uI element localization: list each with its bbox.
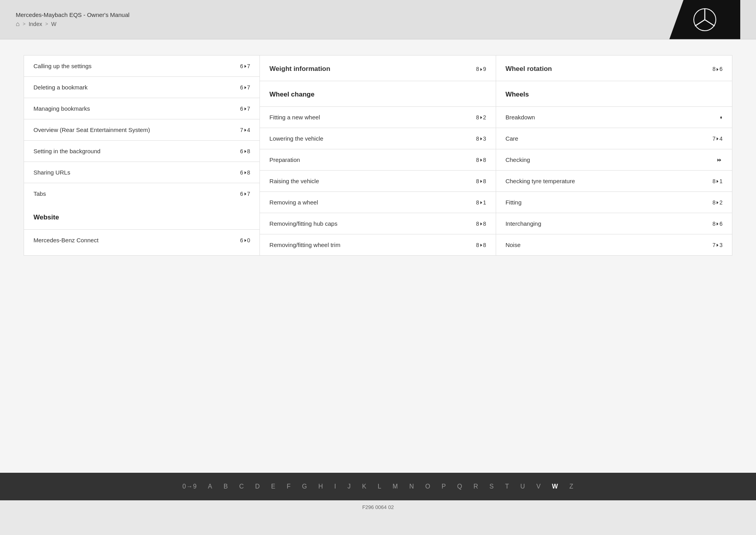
item-label: Checking xyxy=(506,156,716,163)
item-page: 6▶7 xyxy=(240,63,250,69)
alpha-nav-item[interactable]: M xyxy=(393,483,398,490)
list-item[interactable]: Lowering the vehicle 8▶3 xyxy=(260,128,495,149)
item-label: Overview (Rear Seat Entertainment System… xyxy=(33,126,240,133)
list-item[interactable]: Tabs 6▶7 xyxy=(24,183,259,204)
list-item[interactable]: Checking tyre temperature 8▶1 xyxy=(496,170,732,191)
item-label: Interchanging xyxy=(506,220,713,227)
list-item[interactable]: Weight information 8▶9 xyxy=(260,56,495,81)
item-page: 8▶8 xyxy=(476,242,486,248)
alpha-nav-item[interactable]: U xyxy=(521,483,526,490)
breadcrumb-sep-1: > xyxy=(23,21,26,27)
section-header-wheels: Wheels xyxy=(496,81,732,106)
alpha-nav-item[interactable]: Q xyxy=(457,483,462,490)
list-item[interactable]: Setting in the background 6▶8 xyxy=(24,140,259,162)
item-label: Tabs xyxy=(33,190,240,197)
item-label: Removing/fitting wheel trim xyxy=(269,241,476,248)
item-page: 8▶3 xyxy=(476,136,486,142)
item-page: ▶▶ xyxy=(716,158,723,162)
alpha-nav-item[interactable]: K xyxy=(362,483,367,490)
item-label: Calling up the settings xyxy=(33,63,240,69)
alpha-nav-item[interactable]: P xyxy=(441,483,446,490)
list-item[interactable]: Overview (Rear Seat Entertainment System… xyxy=(24,119,259,140)
list-item[interactable]: Calling up the settings 6▶7 xyxy=(24,56,259,76)
item-label: Fitting xyxy=(506,199,713,206)
section-header-wheel-rotation: Wheel rotation xyxy=(506,65,713,73)
alpha-nav-item[interactable]: T xyxy=(505,483,510,490)
list-item[interactable]: Breakdown ◆ xyxy=(496,106,732,128)
alpha-nav-item[interactable]: R xyxy=(474,483,479,490)
item-page: 6▶7 xyxy=(240,191,250,197)
alphabet-nav: 0→9 A B C D E F G H I J K L M N O P Q R … xyxy=(0,473,756,500)
alpha-nav-item[interactable]: D xyxy=(255,483,260,490)
alpha-nav-item[interactable]: J xyxy=(348,483,351,490)
item-page: 8▶8 xyxy=(476,221,486,227)
item-page: 8▶1 xyxy=(712,178,723,184)
item-page: 6▶8 xyxy=(240,148,250,154)
item-page: 8▶8 xyxy=(476,157,486,163)
item-page: 7▶4 xyxy=(240,127,250,133)
list-item[interactable]: Wheel rotation 8▶6 xyxy=(496,56,732,81)
alpha-nav-item[interactable]: 0→9 xyxy=(182,483,197,490)
footer-text: F296 0064 02 xyxy=(362,504,394,510)
item-page: 7▶4 xyxy=(712,136,723,142)
list-item[interactable]: Deleting a bookmark 6▶7 xyxy=(24,76,259,98)
item-page: 8▶9 xyxy=(476,66,486,72)
list-item[interactable]: Checking ▶▶ xyxy=(496,149,732,170)
section-header-wheel-change: Wheel change xyxy=(260,81,495,106)
alpha-nav-item[interactable]: Z xyxy=(569,483,574,490)
item-page: 7▶3 xyxy=(712,242,723,248)
alpha-nav-item[interactable]: B xyxy=(224,483,228,490)
list-item[interactable]: Sharing URLs 6▶8 xyxy=(24,162,259,183)
section-header-website: Website xyxy=(24,204,259,229)
header-left: Mercedes-Maybach EQS - Owner's Manual ⌂ … xyxy=(16,11,130,28)
item-page: 8▶8 xyxy=(476,178,486,184)
item-label: Setting in the background xyxy=(33,148,240,154)
manual-title: Mercedes-Maybach EQS - Owner's Manual xyxy=(16,11,130,18)
item-page: 8▶2 xyxy=(476,114,486,121)
alpha-nav-item[interactable]: A xyxy=(208,483,213,490)
item-label: Checking tyre temperature xyxy=(506,178,713,184)
item-label: Removing/fitting hub caps xyxy=(269,220,476,227)
list-item[interactable]: Fitting 8▶2 xyxy=(496,191,732,213)
alpha-nav-item[interactable]: G xyxy=(302,483,307,490)
alpha-nav-item[interactable]: V xyxy=(536,483,541,490)
list-item[interactable]: Removing a wheel 8▶1 xyxy=(260,191,495,213)
svg-line-2 xyxy=(705,20,715,26)
mercedes-star-svg xyxy=(693,8,717,32)
list-item[interactable]: Managing bookmarks 6▶7 xyxy=(24,98,259,119)
list-item[interactable]: Fitting a new wheel 8▶2 xyxy=(260,106,495,128)
item-page: 6▶7 xyxy=(240,106,250,112)
list-item[interactable]: Preparation 8▶8 xyxy=(260,149,495,170)
alpha-nav-item[interactable]: F xyxy=(287,483,291,490)
item-label: Noise xyxy=(506,241,713,248)
item-page: 8▶1 xyxy=(476,199,486,206)
list-item[interactable]: Care 7▶4 xyxy=(496,128,732,149)
breadcrumb-index[interactable]: Index xyxy=(29,21,42,27)
alpha-nav-item[interactable]: E xyxy=(271,483,276,490)
item-label: Removing a wheel xyxy=(269,199,476,206)
item-page: ◆ xyxy=(719,115,723,119)
alpha-nav-item[interactable]: L xyxy=(378,483,382,490)
breadcrumb: ⌂ > Index > W xyxy=(16,20,130,28)
item-page: 8▶6 xyxy=(712,66,723,72)
list-item[interactable]: Noise 7▶3 xyxy=(496,234,732,255)
list-item[interactable]: Removing/fitting hub caps 8▶8 xyxy=(260,213,495,234)
alpha-nav-item[interactable]: H xyxy=(318,483,323,490)
list-item[interactable]: Mercedes-Benz Connect 6▶0 xyxy=(24,229,259,251)
list-item[interactable]: Raising the vehicle 8▶8 xyxy=(260,170,495,191)
alpha-nav-item[interactable]: C xyxy=(239,483,244,490)
alpha-nav-item[interactable]: S xyxy=(489,483,494,490)
alpha-nav-item-active[interactable]: W xyxy=(552,483,558,490)
column-3: Wheel rotation 8▶6 Wheels Breakdown ◆ Ca… xyxy=(496,56,732,255)
section-header-weight: Weight information xyxy=(269,65,476,73)
header: Mercedes-Maybach EQS - Owner's Manual ⌂ … xyxy=(0,0,756,39)
list-item[interactable]: Removing/fitting wheel trim 8▶8 xyxy=(260,234,495,255)
item-label: Lowering the vehicle xyxy=(269,135,476,142)
alpha-nav-item[interactable]: N xyxy=(409,483,414,490)
alpha-nav-item[interactable]: I xyxy=(334,483,336,490)
main-content: Calling up the settings 6▶7 Deleting a b… xyxy=(0,39,756,473)
home-icon[interactable]: ⌂ xyxy=(16,20,20,28)
alpha-nav-item[interactable]: O xyxy=(425,483,430,490)
item-label: Fitting a new wheel xyxy=(269,114,476,121)
list-item[interactable]: Interchanging 8▶6 xyxy=(496,213,732,234)
